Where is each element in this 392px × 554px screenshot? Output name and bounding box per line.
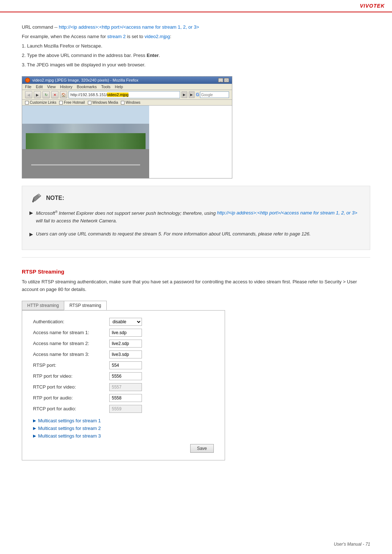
input-stream3[interactable] [109, 350, 142, 358]
note-ie-text: Microsoft® Internet Explorer does not su… [36, 210, 217, 216]
save-button[interactable]: Save [190, 444, 214, 453]
trees-layer [26, 133, 146, 149]
url-is-set: is set to [126, 34, 144, 39]
forward-button[interactable]: ▶ [34, 91, 41, 98]
camera-image [22, 106, 149, 178]
restore-button[interactable]: □ [224, 78, 229, 82]
input-rtcp-video [109, 383, 142, 391]
address-normal: http://192.168.5.151/ [70, 93, 107, 97]
url-step2-end: . [159, 53, 160, 58]
note-icon-svg [29, 192, 42, 205]
brand-name: VIVOTEK [360, 3, 385, 9]
input-rtp-video[interactable] [109, 372, 142, 380]
browser-menubar: File Edit View History Bookmarks Tools H… [22, 84, 232, 90]
note-ie-link: http://<ip address>:<http port>/<access … [217, 210, 358, 216]
menu-help[interactable]: Help [115, 85, 123, 89]
footer: User's Manual - 71 [334, 542, 370, 547]
input-rtcp-audio [109, 405, 142, 413]
tab-container: HTTP streaming RTSP streaming [22, 301, 107, 310]
label-stream3: Access name for stream 3: [33, 352, 106, 357]
road-layer [22, 149, 149, 178]
bookmark-label-hotmail: Free Hotmail [64, 100, 85, 104]
tab-http-label: HTTP streaming [27, 303, 59, 308]
home-button[interactable]: 🏠 [60, 91, 67, 98]
url-step2-text: 2. Type the above URL command in the add… [22, 53, 147, 58]
menu-view[interactable]: View [47, 85, 56, 89]
separator-1 [22, 257, 370, 258]
rtsp-description: To utilize RTSP streaming authentication… [22, 278, 370, 294]
settings-row-stream1: Access name for stream 1: [33, 329, 214, 337]
multicast-label-3: Multicast settings for stream 3 [38, 433, 101, 439]
auth-select[interactable]: disable basic digest [109, 318, 142, 326]
bookmark-customize: Customize Links [25, 100, 56, 104]
note-url-text: Users can only use URL commands to reque… [36, 231, 311, 237]
save-area: Save [33, 444, 214, 453]
menu-bookmarks[interactable]: Bookmarks [77, 85, 97, 89]
back-button[interactable]: ◀ [25, 91, 32, 98]
label-stream2: Access name for stream 2: [33, 341, 106, 346]
address-highlight: video2.mjpg [107, 93, 128, 97]
address-bar[interactable]: http://192.168.5.151/video2.mjpg [69, 91, 180, 98]
input-stream2[interactable] [109, 340, 142, 348]
multicast-stream3[interactable]: ▶ Multicast settings for stream 3 [33, 433, 214, 439]
note-header: NOTE: [29, 192, 363, 205]
settings-row-auth: Authentication: disable basic digest [33, 318, 214, 326]
url-link: http://<ip address>:<http port>/<access … [59, 24, 199, 30]
browser-title: video2.mjpg (JPEG Image, 320x240 pixels)… [32, 78, 138, 82]
url-section: URL command -- http://<ip address>:<http… [22, 23, 370, 69]
input-rtsp-port[interactable] [109, 361, 142, 369]
multicast-label-2: Multicast settings for stream 2 [38, 426, 101, 431]
settings-panel: Authentication: disable basic digest Acc… [22, 310, 225, 460]
note-section: NOTE: ▶ Microsoft® Internet Explorer doe… [22, 186, 370, 250]
multicast-arrow-2: ▶ [33, 426, 36, 431]
tab-http-streaming[interactable]: HTTP streaming [22, 301, 64, 310]
url-step1: 1. Launch Mozilla Firefox or Netscape. [22, 42, 370, 50]
url-step3: 3. The JPEG images will be displayed in … [22, 61, 370, 69]
note-item-2: ▶ Users can only use URL commands to req… [29, 230, 363, 238]
multicast-label-1: Multicast settings for stream 1 [38, 418, 101, 423]
bookmark-hotmail: Free Hotmail [59, 100, 85, 104]
search-input[interactable] [200, 91, 229, 98]
browser-bookmarks: Customize Links Free Hotmail Windows Med… [22, 100, 232, 106]
url-colon: : [170, 34, 171, 39]
label-rtp-video: RTP port for video: [33, 373, 106, 379]
multicast-stream1[interactable]: ▶ Multicast settings for stream 1 [33, 418, 214, 423]
tab-rtsp-label: RTSP streaming [69, 303, 101, 308]
rtsp-title: RTSP Streaming [22, 268, 370, 275]
input-rtp-audio[interactable] [109, 394, 142, 402]
browser-mockup: video2.mjpg (JPEG Image, 320x240 pixels)… [22, 76, 232, 178]
settings-row-rtp-video: RTP port for video: [33, 372, 214, 380]
url-step2-bold: Enter [147, 53, 159, 58]
page-container: VIVOTEK URL command -- http://<ip addres… [0, 0, 392, 554]
label-stream1: Access name for stream 1: [33, 330, 106, 335]
multicast-stream2[interactable]: ▶ Multicast settings for stream 2 [33, 426, 214, 431]
menu-file[interactable]: File [25, 85, 32, 89]
minimize-button[interactable]: _ [218, 78, 223, 82]
bookmark-label-customize: Customize Links [30, 100, 56, 104]
bookmark-label-media: Windows Media [93, 100, 118, 104]
window-controls[interactable]: _ □ [218, 78, 229, 82]
url-line1: URL command -- http://<ip address>:<http… [22, 23, 370, 31]
settings-row-rtp-audio: RTP port for audio: [33, 394, 214, 402]
multicast-container: ▶ Multicast settings for stream 1 ▶ Mult… [33, 418, 214, 439]
stop-button[interactable]: ✕ [51, 91, 58, 98]
note-text-1: Microsoft® Internet Explorer does not su… [36, 209, 363, 225]
bookmark-checkbox-media[interactable] [88, 101, 91, 104]
menu-edit[interactable]: Edit [36, 85, 43, 89]
bookmark-checkbox-hotmail[interactable] [59, 101, 63, 104]
input-stream1[interactable] [109, 329, 142, 337]
menu-tools[interactable]: Tools [101, 85, 111, 89]
tab-rtsp-streaming[interactable]: RTSP streaming [64, 301, 107, 310]
bookmark-checkbox-customize[interactable] [25, 101, 29, 104]
note-ie-end: will fail to access the Network Camera. [36, 218, 117, 223]
bookmark-checkbox-windows[interactable] [121, 101, 124, 104]
settings-row-rtsp-port: RTSP port: [33, 361, 214, 369]
reload-button[interactable]: ↻ [42, 91, 50, 98]
bookmark-label-windows: Windows [126, 100, 140, 104]
go-button[interactable]: ▶ [181, 91, 187, 98]
menu-history[interactable]: History [60, 85, 72, 89]
browser-title-left: video2.mjpg (JPEG Image, 320x240 pixels)… [25, 78, 138, 83]
back-go[interactable]: ▶ [189, 91, 195, 98]
settings-row-rtcp-audio: RTCP port for audio: [33, 405, 214, 413]
main-content: URL command -- http://<ip address>:<http… [0, 12, 392, 471]
